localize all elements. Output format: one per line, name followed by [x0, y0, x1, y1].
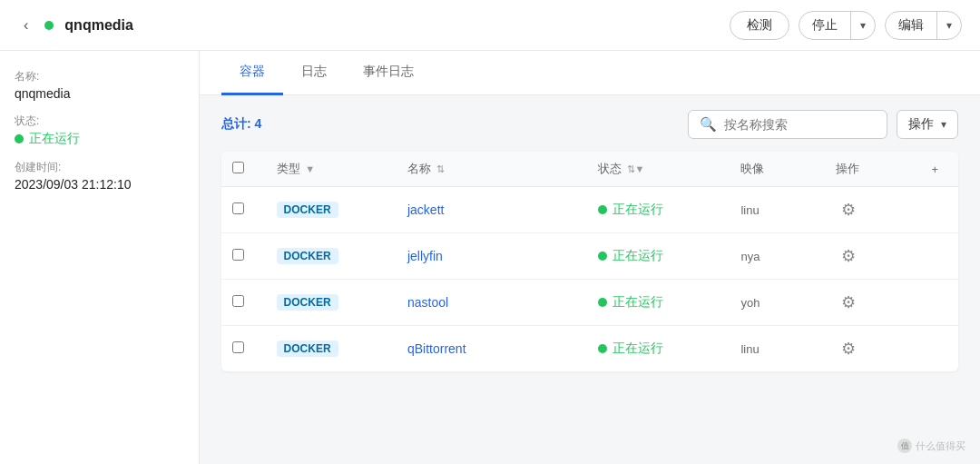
row-checkbox-0 [221, 187, 266, 233]
type-badge-0: DOCKER [277, 202, 338, 218]
type-filter-icon[interactable]: ▼ [305, 163, 315, 174]
name-sort-icon[interactable]: ⇅ [436, 163, 445, 174]
row-status-3: 正在运行 [587, 326, 730, 372]
row-gear-btn-2[interactable]: ⚙ [836, 291, 861, 314]
top-bar-right: 检测 停止 ▾ 编辑 ▾ [730, 11, 962, 40]
stop-button-split[interactable]: 停止 ▾ [799, 11, 876, 40]
type-badge-2: DOCKER [277, 294, 338, 311]
name-label: 名称: [15, 69, 184, 84]
search-box[interactable]: 🔍 [688, 110, 887, 139]
total-prefix: 总计: [221, 116, 255, 131]
content-area: 容器 日志 事件日志 总计: 4 🔍 操作 ▾ [200, 51, 980, 464]
action-label: 操作 [908, 116, 934, 133]
row-image-3: linu [730, 326, 825, 372]
col-header-status: 状态 ⇅▼ [587, 152, 730, 187]
col-header-name: 名称 ⇅ [397, 152, 587, 187]
row-select-3[interactable] [232, 341, 244, 353]
row-status-dot-0 [598, 205, 607, 214]
tab-events[interactable]: 事件日志 [345, 51, 432, 95]
stop-button-label: 停止 [799, 12, 851, 39]
row-type-0: DOCKER [266, 187, 397, 233]
row-action-3: ⚙ [825, 326, 920, 372]
select-all-checkbox[interactable] [232, 162, 244, 173]
row-status-text-1: 正在运行 [612, 248, 663, 264]
row-name-link-2[interactable]: nastool [407, 295, 448, 310]
detect-button[interactable]: 检测 [730, 11, 789, 40]
row-status-2: 正在运行 [587, 280, 730, 326]
row-image-text-3: linu [740, 342, 759, 356]
edit-button-arrow[interactable]: ▾ [937, 14, 961, 37]
top-bar-left: ‹ qnqmedia [18, 14, 133, 37]
row-status-dot-2 [598, 298, 607, 307]
created-value: 2023/09/03 21:12:10 [15, 177, 184, 192]
row-name-0: jackett [397, 187, 587, 233]
table-row: DOCKER nastool 正在运行 yoh [221, 280, 958, 326]
tab-containers[interactable]: 容器 [221, 51, 283, 95]
edit-button-split[interactable]: 编辑 ▾ [885, 11, 962, 40]
row-type-2: DOCKER [266, 280, 397, 326]
row-name-link-0[interactable]: jackett [407, 202, 444, 217]
row-status-indicator-0: 正在运行 [598, 202, 720, 218]
row-name-3: qBittorrent [397, 326, 587, 372]
table-area: 总计: 4 🔍 操作 ▾ [200, 95, 980, 386]
created-label: 创建时间: [15, 160, 184, 175]
edit-button-label: 编辑 [886, 12, 937, 39]
table-body: DOCKER jackett 正在运行 linu [221, 187, 958, 372]
row-image-0: linu [730, 187, 825, 233]
row-image-1: nya [730, 233, 825, 280]
row-plus-1 [920, 233, 958, 280]
app-name: qnqmedia [64, 17, 133, 34]
row-status-text-3: 正在运行 [612, 341, 663, 357]
type-badge-3: DOCKER [277, 341, 338, 357]
action-dropdown[interactable]: 操作 ▾ [897, 110, 958, 139]
table-head: 类型 ▼ 名称 ⇅ 状态 ⇅▼ 映像 [221, 152, 958, 187]
type-badge-1: DOCKER [277, 248, 338, 264]
total-count: 总计: 4 [221, 116, 261, 133]
row-gear-btn-0[interactable]: ⚙ [836, 198, 861, 222]
table-row: DOCKER jellyfin 正在运行 nya [221, 233, 958, 280]
row-checkbox-3 [221, 326, 266, 372]
row-type-3: DOCKER [266, 326, 397, 372]
row-checkbox-1 [221, 233, 266, 280]
table-header-row: 类型 ▼ 名称 ⇅ 状态 ⇅▼ 映像 [221, 152, 958, 187]
col-header-plus[interactable]: + [920, 152, 958, 187]
row-status-dot-1 [598, 252, 607, 261]
main-layout: 名称: qnqmedia 状态: 正在运行 创建时间: 2023/09/03 2… [0, 51, 980, 464]
table-toolbar: 总计: 4 🔍 操作 ▾ [221, 110, 958, 139]
top-bar: ‹ qnqmedia 检测 停止 ▾ 编辑 ▾ [0, 0, 980, 51]
row-action-1: ⚙ [825, 233, 920, 280]
row-checkbox-2 [221, 280, 266, 326]
col-header-type: 类型 ▼ [266, 152, 397, 187]
back-button[interactable]: ‹ [18, 14, 34, 37]
row-status-indicator-1: 正在运行 [598, 248, 720, 264]
row-plus-0 [920, 187, 958, 233]
row-gear-btn-3[interactable]: ⚙ [836, 337, 861, 360]
row-gear-btn-1[interactable]: ⚙ [836, 244, 861, 268]
col-header-action: 操作 [825, 152, 920, 187]
tab-logs[interactable]: 日志 [283, 51, 345, 95]
row-select-2[interactable] [232, 295, 244, 307]
stop-button-arrow[interactable]: ▾ [851, 14, 875, 37]
row-action-0: ⚙ [825, 187, 920, 233]
row-type-1: DOCKER [266, 233, 397, 280]
row-action-2: ⚙ [825, 280, 920, 326]
row-status-0: 正在运行 [587, 187, 730, 233]
search-icon: 🔍 [700, 116, 717, 133]
table-row: DOCKER qBittorrent 正在运行 linu [221, 326, 958, 372]
row-select-1[interactable] [232, 249, 244, 261]
row-name-link-3[interactable]: qBittorrent [407, 341, 466, 356]
tabs-bar: 容器 日志 事件日志 [200, 51, 980, 95]
col-header-image: 映像 [730, 152, 825, 187]
row-status-text-0: 正在运行 [612, 202, 663, 218]
table-row: DOCKER jackett 正在运行 linu [221, 187, 958, 233]
row-image-text-1: nya [740, 250, 760, 263]
row-status-indicator-3: 正在运行 [598, 341, 720, 357]
row-name-2: nastool [397, 280, 587, 326]
status-sort-icon[interactable]: ⇅▼ [627, 163, 645, 174]
search-input[interactable] [724, 117, 876, 132]
status-row: 正在运行 [15, 131, 184, 147]
sidebar-status-dot [15, 134, 24, 143]
total-number: 4 [255, 116, 262, 131]
row-name-link-1[interactable]: jellyfin [407, 249, 443, 263]
row-select-0[interactable] [232, 202, 244, 214]
